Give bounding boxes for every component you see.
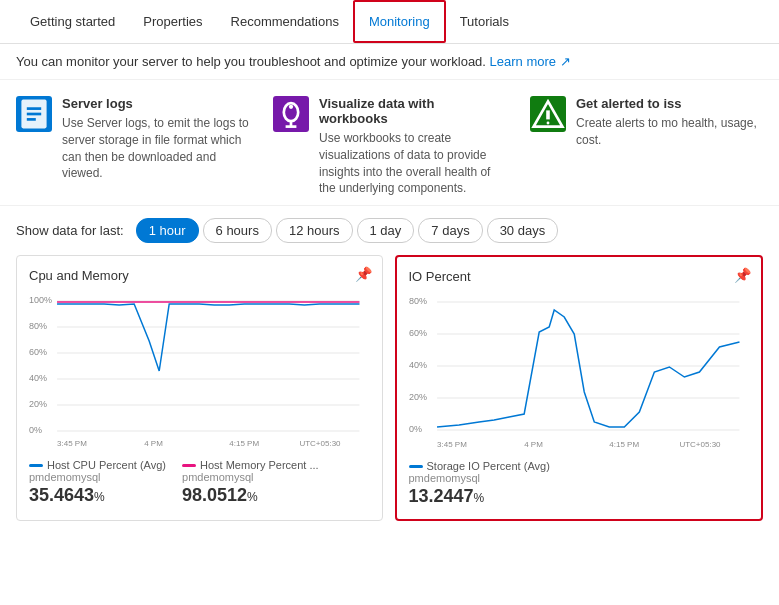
legend-value-memory: 98.0512% xyxy=(182,485,319,506)
chart-io-legend: Storage IO Percent (Avg) pmdemomysql 13.… xyxy=(409,460,750,507)
svg-point-7 xyxy=(289,105,293,109)
svg-text:20%: 20% xyxy=(29,399,47,409)
chart-cpu-title: Cpu and Memory xyxy=(29,268,370,283)
time-filter-bar: Show data for last: 1 hour 6 hours 12 ho… xyxy=(0,206,779,255)
legend-sublabel-memory: pmdemomysql xyxy=(182,471,319,483)
chart-cpu-svg: 100% 80% 60% 40% 20% 0% 3:45 PM 4 PM xyxy=(29,291,370,451)
svg-text:0%: 0% xyxy=(409,424,422,434)
learn-more-link[interactable]: Learn more ↗ xyxy=(490,54,571,69)
svg-text:4:15 PM: 4:15 PM xyxy=(609,440,639,449)
feature-card-alerts: Get alerted to iss Create alerts to mo h… xyxy=(530,96,763,197)
svg-text:40%: 40% xyxy=(409,360,427,370)
legend-color-cpu xyxy=(29,464,43,467)
chart-cpu-legend: Host CPU Percent (Avg) pmdemomysql 35.46… xyxy=(29,459,370,506)
svg-text:3:45 PM: 3:45 PM xyxy=(57,439,87,448)
legend-cpu-percent: Host CPU Percent (Avg) pmdemomysql 35.46… xyxy=(29,459,166,506)
svg-text:4 PM: 4 PM xyxy=(144,439,163,448)
time-btn-30days[interactable]: 30 days xyxy=(487,218,559,243)
server-logs-title: Server logs xyxy=(62,96,249,111)
feature-cards-section: Server logs Use Server logs, to emit the… xyxy=(0,80,779,206)
time-btn-7days[interactable]: 7 days xyxy=(418,218,482,243)
time-filter-label: Show data for last: xyxy=(16,223,124,238)
alerts-icon xyxy=(530,96,566,132)
time-btn-1day[interactable]: 1 day xyxy=(357,218,415,243)
legend-memory-percent: Host Memory Percent ... pmdemomysql 98.0… xyxy=(182,459,319,506)
time-btn-6hours[interactable]: 6 hours xyxy=(203,218,272,243)
svg-text:0%: 0% xyxy=(29,425,42,435)
legend-label-memory: Host Memory Percent ... xyxy=(200,459,319,471)
pin-icon-io[interactable]: 📌 xyxy=(734,267,751,283)
server-logs-content: Server logs Use Server logs, to emit the… xyxy=(62,96,249,197)
chart-cpu-svg-wrap: 100% 80% 60% 40% 20% 0% 3:45 PM 4 PM xyxy=(29,291,370,451)
workbooks-icon xyxy=(273,96,309,132)
chart-io-title: IO Percent xyxy=(409,269,750,284)
nav-getting-started[interactable]: Getting started xyxy=(16,2,129,41)
feature-card-workbooks: Visualize data with workbooks Use workbo… xyxy=(273,96,506,197)
nav-recommendations[interactable]: Recommendations xyxy=(217,2,353,41)
svg-text:60%: 60% xyxy=(29,347,47,357)
chart-io-percent: 📌 IO Percent 80% 60% 40% 20% 0% 3:45 PM xyxy=(395,255,764,521)
legend-label-cpu: Host CPU Percent (Avg) xyxy=(47,459,166,471)
legend-color-io xyxy=(409,465,423,468)
svg-text:UTC+05:30: UTC+05:30 xyxy=(299,439,341,448)
workbooks-desc: Use workbooks to create visualizations o… xyxy=(319,130,506,197)
nav-tutorials[interactable]: Tutorials xyxy=(446,2,523,41)
svg-text:UTC+05:30: UTC+05:30 xyxy=(679,440,721,449)
legend-value-io: 13.2447% xyxy=(409,486,550,507)
pin-icon-cpu[interactable]: 📌 xyxy=(355,266,372,282)
top-navigation: Getting started Properties Recommendatio… xyxy=(0,0,779,44)
alerts-content: Get alerted to iss Create alerts to mo h… xyxy=(576,96,763,197)
workbooks-title: Visualize data with workbooks xyxy=(319,96,506,126)
legend-color-memory xyxy=(182,464,196,467)
legend-sublabel-io: pmdemomysql xyxy=(409,472,550,484)
chart-io-svg-wrap: 80% 60% 40% 20% 0% 3:45 PM 4 PM 4:15 PM … xyxy=(409,292,750,452)
chart-io-svg: 80% 60% 40% 20% 0% 3:45 PM 4 PM 4:15 PM … xyxy=(409,292,750,452)
legend-label-io: Storage IO Percent (Avg) xyxy=(427,460,550,472)
legend-sublabel-cpu: pmdemomysql xyxy=(29,471,166,483)
svg-text:3:45 PM: 3:45 PM xyxy=(437,440,467,449)
nav-properties[interactable]: Properties xyxy=(129,2,216,41)
info-bar: You can monitor your server to help you … xyxy=(0,44,779,80)
info-bar-text: You can monitor your server to help you … xyxy=(16,54,486,69)
time-btn-1hour[interactable]: 1 hour xyxy=(136,218,199,243)
server-logs-desc: Use Server logs, to emit the logs to ser… xyxy=(62,115,249,182)
svg-text:4 PM: 4 PM xyxy=(524,440,543,449)
svg-text:80%: 80% xyxy=(409,296,427,306)
legend-io-percent: Storage IO Percent (Avg) pmdemomysql 13.… xyxy=(409,460,550,507)
svg-text:20%: 20% xyxy=(409,392,427,402)
time-btn-12hours[interactable]: 12 hours xyxy=(276,218,353,243)
workbooks-content: Visualize data with workbooks Use workbo… xyxy=(319,96,506,197)
svg-text:40%: 40% xyxy=(29,373,47,383)
alerts-title: Get alerted to iss xyxy=(576,96,763,111)
svg-text:80%: 80% xyxy=(29,321,47,331)
svg-point-10 xyxy=(547,122,550,125)
svg-text:100%: 100% xyxy=(29,295,52,305)
alerts-desc: Create alerts to mo health, usage, cost. xyxy=(576,115,763,149)
chart-cpu-memory: 📌 Cpu and Memory 100% 80% 60% 40% 20% 0% xyxy=(16,255,383,521)
feature-card-server-logs: Server logs Use Server logs, to emit the… xyxy=(16,96,249,197)
nav-monitoring[interactable]: Monitoring xyxy=(353,0,446,43)
legend-value-cpu: 35.4643% xyxy=(29,485,166,506)
svg-text:60%: 60% xyxy=(409,328,427,338)
charts-row: 📌 Cpu and Memory 100% 80% 60% 40% 20% 0% xyxy=(0,255,779,537)
server-logs-icon xyxy=(16,96,52,132)
svg-text:4:15 PM: 4:15 PM xyxy=(229,439,259,448)
